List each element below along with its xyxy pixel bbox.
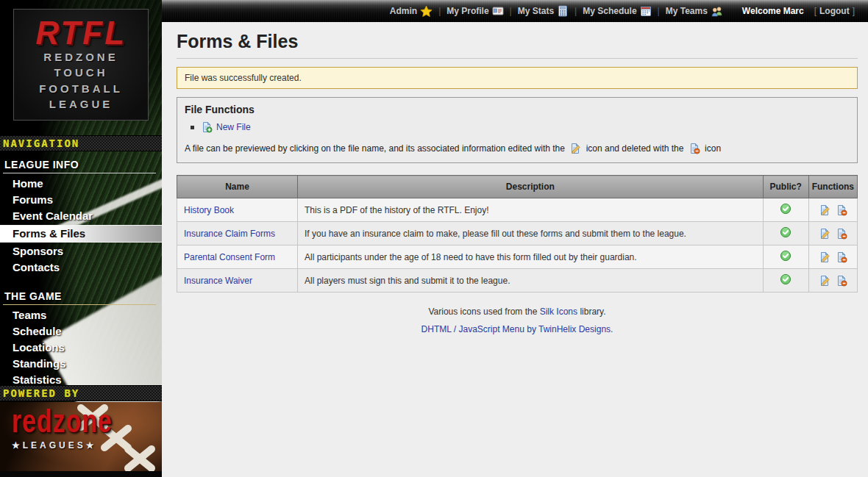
menu-heading-league-info: LEAGUE INFO <box>3 159 156 173</box>
column-header-description: Description <box>298 176 764 198</box>
topbar-nav: Admin | My Profile | My Stats | My Sched… <box>390 5 723 18</box>
page-add-icon[interactable] <box>201 121 213 133</box>
league-logo: RTFL REDZONE TOUCH FOOTBALL LEAGUE <box>13 9 149 121</box>
topbar-my-stats-link[interactable]: My Stats <box>518 5 569 17</box>
topbar-admin-label: Admin <box>390 6 417 16</box>
sidebar-item-home[interactable]: Home <box>0 176 162 192</box>
flash-success-message: File was successfully created. <box>177 67 858 89</box>
star-icon <box>420 5 433 18</box>
file-functions-panel: File Functions New File A file can be pr… <box>177 97 858 163</box>
page-delete-icon <box>689 143 700 154</box>
new-file-link[interactable]: New File <box>216 122 251 132</box>
file-name-link[interactable]: Insurance Claim Forms <box>184 229 275 239</box>
logo-word: TOUCH <box>14 65 148 80</box>
redzone-leagues-logo[interactable]: redzone ★LEAGUES★ <box>0 402 162 471</box>
topbar-separator: | <box>510 6 512 16</box>
sidebar-item-event-calendar[interactable]: Event Calendar <box>0 208 162 224</box>
page-delete-icon[interactable] <box>836 228 847 240</box>
sidebar-item-teams[interactable]: Teams <box>0 307 162 323</box>
column-header-name: Name <box>177 176 298 198</box>
column-header-functions: Functions <box>808 176 857 198</box>
page-edit-icon <box>569 143 581 154</box>
credit-text: by <box>527 324 536 334</box>
topbar-admin-link[interactable]: Admin <box>390 5 433 18</box>
twinhelix-link[interactable]: TwinHelix Designs <box>538 324 611 334</box>
credit-text: . <box>611 324 613 334</box>
topbar-separator: | <box>658 6 660 16</box>
redzone-logo-subtext: ★LEAGUES★ <box>12 440 97 451</box>
green-check-icon <box>780 250 791 262</box>
file-description: All participants under the age of 18 nee… <box>298 245 764 269</box>
table-row: Insurance Claim Forms If you have an ins… <box>177 222 858 245</box>
topbar-separator: | <box>574 6 577 16</box>
page-title: Forms & Files <box>177 31 858 52</box>
navigation-led-bar: NAVIGATION <box>0 135 162 151</box>
logout-wrap: [ Logout ] <box>811 6 858 16</box>
list-bullet <box>191 126 194 129</box>
file-functions-title: File Functions <box>185 104 850 115</box>
sidebar-item-sponsors[interactable]: Sponsors <box>0 243 162 259</box>
sidebar-item-standings[interactable]: Standings <box>0 356 162 372</box>
topbar-my-teams-label: My Teams <box>666 6 708 16</box>
topbar-my-teams-link[interactable]: My Teams <box>666 5 723 18</box>
sidebar-item-locations[interactable]: Locations <box>0 340 162 356</box>
file-name-link[interactable]: History Book <box>184 205 234 215</box>
page-edit-icon[interactable] <box>819 228 830 240</box>
new-file-row: New File <box>191 121 850 133</box>
logout-link[interactable]: Logout <box>819 6 850 16</box>
table-row: Parental Consent Form All participants u… <box>177 245 858 269</box>
welcome-message: Welcome Marc <box>742 6 804 16</box>
page-delete-icon[interactable] <box>836 251 847 263</box>
menu-credit: DHTML / JavaScript Menu by TwinHelix Des… <box>177 324 858 334</box>
vcard-icon <box>492 5 504 17</box>
topbar-my-profile-label: My Profile <box>447 6 488 16</box>
logo-word: REDZONE <box>14 49 148 65</box>
topbar-my-schedule-label: My Schedule <box>583 6 636 16</box>
green-check-icon <box>780 226 791 238</box>
silk-icons-link[interactable]: Silk Icons <box>540 306 577 317</box>
file-name-link[interactable]: Parental Consent Form <box>184 252 275 262</box>
hint-text: icon <box>705 143 721 154</box>
file-description: This is a PDF of the history of the RTFL… <box>298 198 764 222</box>
dhtml-menu-link[interactable]: DHTML / JavaScript Menu <box>421 324 524 334</box>
redzone-logo-text: redzone <box>12 405 113 437</box>
sidebar-item-contacts[interactable]: Contacts <box>0 259 162 276</box>
powered-by-led-bar: POWERED BY <box>0 385 162 401</box>
group-icon <box>711 5 723 18</box>
sidebar-menu: LEAGUE INFO Home Forums Event Calendar F… <box>0 153 162 388</box>
hint-text: A file can be previewed by clicking on t… <box>185 143 565 154</box>
green-check-icon <box>780 203 791 215</box>
logout-bracket: [ <box>811 6 819 16</box>
logout-bracket: ] <box>850 6 858 16</box>
title-divider <box>177 58 858 59</box>
topbar-my-profile-link[interactable]: My Profile <box>447 5 503 17</box>
green-check-icon <box>780 273 791 285</box>
topbar-separator: | <box>438 6 441 16</box>
credit-text: Various icons used from the <box>428 306 537 317</box>
column-header-public: Public? <box>763 176 808 198</box>
file-name-link[interactable]: Insurance Waiver <box>184 276 252 286</box>
file-description: All players must sign this and submit it… <box>298 269 764 293</box>
sidebar-item-forums[interactable]: Forums <box>0 192 162 208</box>
sidebar-item-schedule[interactable]: Schedule <box>0 323 162 340</box>
page-edit-icon[interactable] <box>819 251 830 263</box>
logo-word: FOOTBALL <box>14 81 148 96</box>
hint-text: icon and deleted with the <box>586 143 684 154</box>
page-edit-icon[interactable] <box>819 275 830 287</box>
page-delete-icon[interactable] <box>836 275 847 287</box>
icons-credit: Various icons used from the Silk Icons l… <box>177 306 858 317</box>
navigation-led-label: NAVIGATION <box>3 137 79 149</box>
menu-heading-the-game: THE GAME <box>3 290 156 305</box>
topbar-my-schedule-link[interactable]: My Schedule <box>583 5 651 17</box>
powered-by-label: POWERED BY <box>3 387 79 399</box>
file-functions-hint: A file can be previewed by clicking on t… <box>185 142 850 155</box>
sidebar-bottom-strip <box>0 471 162 477</box>
page-edit-icon[interactable] <box>819 204 830 216</box>
topbar: Admin | My Profile | My Stats | My Sched… <box>162 0 868 22</box>
table-row: Insurance Waiver All players must sign t… <box>177 269 858 293</box>
credit-text: library. <box>580 306 605 317</box>
calendar-icon <box>640 5 652 17</box>
page-delete-icon[interactable] <box>836 204 847 216</box>
sidebar-item-forms-files[interactable]: Forms & Files <box>0 225 162 243</box>
logo-word: LEAGUE <box>14 96 148 112</box>
